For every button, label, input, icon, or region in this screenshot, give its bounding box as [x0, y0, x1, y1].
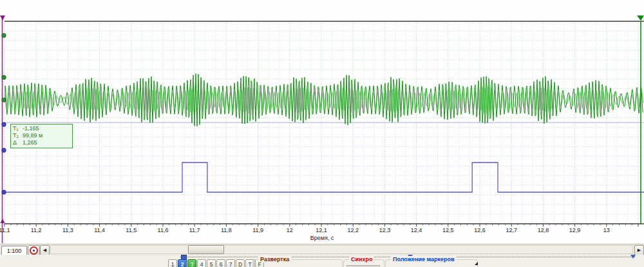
scroll-right-button[interactable]: ▶ — [634, 245, 644, 255]
time-marker-1-handle-icon[interactable] — [0, 15, 5, 21]
x-tick-label: 12 — [279, 227, 301, 233]
record-icon — [30, 246, 38, 255]
marker-delta-value: 1,265 — [23, 139, 37, 146]
scrollbar-track[interactable] — [50, 245, 633, 254]
x-tick-label: 11,2 — [25, 227, 47, 233]
x-tick-label: 12,5 — [437, 227, 459, 233]
x-tick-label: 12,4 — [406, 227, 428, 233]
x-tick-label: 13 — [596, 227, 618, 233]
marker-readout-box: T₁ -1,165 T₂ 99,89 м Δ 1,265 — [10, 124, 73, 148]
marker-readout-row: Δ 1,265 — [13, 139, 70, 146]
group-box-label: Развертка — [258, 256, 291, 262]
time-marker-1-bottom-icon[interactable] — [1, 219, 5, 223]
channel-level-handle[interactable] — [2, 148, 6, 152]
x-tick-label: 11,8 — [215, 227, 237, 233]
signal-tab-7[interactable]: 7 — [226, 259, 235, 267]
left-arrow-icon: ◀ — [43, 248, 46, 253]
x-tick-label: 12,9 — [564, 227, 586, 233]
signal-tab-5[interactable]: 5 — [207, 259, 216, 267]
x-tick-label: 11,9 — [247, 227, 269, 233]
blue-signal-trace — [5, 163, 644, 192]
x-tick-label: 11,4 — [89, 227, 111, 233]
group-box-label: Синхро — [349, 256, 374, 262]
signal-tab-D[interactable]: D — [236, 259, 245, 267]
group-box-1: Развертка — [252, 259, 343, 267]
channel-tabs: 1234567DTF — [168, 259, 264, 267]
signal-tab-4[interactable]: 4 — [197, 259, 206, 267]
marker-t2-value: 99,89 м — [23, 132, 43, 139]
dropdown-corner-icon[interactable] — [475, 262, 478, 265]
x-axis-title: Время, с — [258, 235, 386, 241]
channel-level-handle[interactable] — [2, 190, 6, 194]
signal-tab-6[interactable]: 6 — [216, 259, 225, 267]
channel-level-handle[interactable] — [2, 98, 6, 102]
marker-t1-symbol: T₁ — [13, 125, 23, 132]
signal-tab-2[interactable]: 2 — [178, 259, 187, 267]
waveform-canvas[interactable] — [0, 0, 644, 244]
channel-level-handle[interactable] — [2, 123, 6, 126]
x-tick-label: 11,7 — [184, 227, 205, 233]
marker-t2-symbol: T₂ — [13, 132, 23, 139]
x-tick-label: 11,5 — [120, 227, 142, 233]
x-tick-label: 12,7 — [500, 227, 522, 233]
x-tick-label: 12,3 — [374, 227, 395, 233]
marker-t1-value: -1,165 — [23, 125, 39, 132]
x-tick-label: 12,8 — [532, 227, 554, 233]
bottom-controls: 1234567DTF РазверткаСинхроПоложение марк… — [0, 255, 644, 267]
scroll-left-button[interactable]: ◀ — [40, 245, 50, 255]
x-tick-label: 12,1 — [310, 227, 332, 233]
sync-marker-icon[interactable] — [630, 255, 636, 259]
group-box-3: Положение маркеров — [385, 259, 478, 267]
record-button[interactable] — [28, 245, 40, 255]
plot-area[interactable]: T₁ -1,165 T₂ 99,89 м Δ 1,265 11,111,211,… — [0, 0, 644, 244]
x-tick-label: 11,6 — [152, 227, 174, 233]
signal-tab-1[interactable]: 1 — [168, 259, 177, 267]
x-tick-label: 12,2 — [342, 227, 364, 233]
oscilloscope-app: Рабочее окружение T₁ -1,165 T₂ 99,89 м Δ… — [0, 0, 644, 267]
channel-level-handle[interactable] — [2, 34, 6, 37]
x-tick-label: 11,1 — [0, 227, 15, 233]
group-box-label: Положение маркеров — [391, 256, 457, 262]
scroll-panel: 1:100 ◀ ▶ — [0, 244, 644, 255]
marker-readout-row: T₁ -1,165 — [13, 125, 70, 132]
right-arrow-icon: ▶ — [638, 248, 641, 253]
zoom-scale-box[interactable]: 1:100 — [1, 246, 27, 255]
signal-tab-3[interactable]: 3 — [187, 259, 196, 267]
marker-readout-row: T₂ 99,89 м — [13, 132, 70, 139]
channel-level-handle[interactable] — [2, 75, 6, 79]
scrollbar-thumb[interactable] — [188, 245, 224, 254]
x-tick-label: 12,6 — [469, 227, 491, 233]
time-marker-2-handle-icon[interactable] — [637, 15, 644, 21]
marker-delta-symbol: Δ — [13, 139, 23, 146]
x-tick-label: 11,3 — [57, 227, 79, 233]
